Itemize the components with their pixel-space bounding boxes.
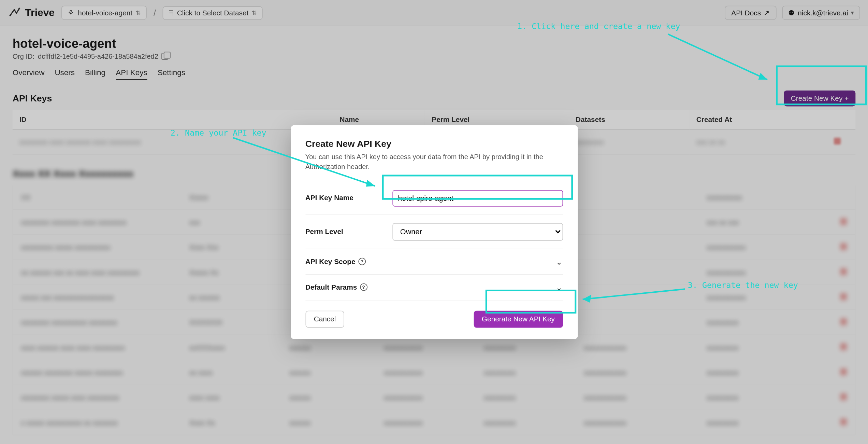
- external-link-icon: ↗: [764, 9, 770, 17]
- list-item: x xxxxx xxxxxxxxxx xx xxxxxxxXxxx Xxxxxx…: [13, 410, 856, 435]
- api-key-name-input[interactable]: [392, 190, 563, 206]
- cancel-button[interactable]: Cancel: [305, 310, 345, 328]
- section-title: API Keys: [13, 93, 52, 103]
- topbar: Trieve ⚘ hotel-voice-agent ⇅ / ⌸ Click t…: [0, 0, 868, 26]
- tabs: Overview Users Billing API Keys Settings: [13, 68, 856, 80]
- brand-logo[interactable]: Trieve: [8, 6, 55, 19]
- chevron-updown-icon: ⇅: [252, 10, 256, 16]
- tab-settings[interactable]: Settings: [158, 68, 185, 80]
- col-actions: [827, 110, 855, 129]
- col-id: ID: [13, 110, 333, 129]
- chevron-down-icon[interactable]: ⌄: [556, 257, 563, 266]
- trash-icon[interactable]: [834, 138, 841, 144]
- modal-title: Create New API Key: [305, 139, 563, 149]
- trash-icon[interactable]: [840, 243, 847, 250]
- dataset-selector-label: Click to Select Dataset: [177, 9, 248, 17]
- help-icon[interactable]: ?: [360, 283, 367, 291]
- user-icon: ⚉: [788, 9, 795, 17]
- list-item: xxxxxx xxxxxxxx xxxxx xxxxxxxxxx xxxxxxx…: [13, 360, 856, 385]
- dataset-selector[interactable]: ⌸ Click to Select Dataset ⇅: [163, 6, 263, 19]
- perm-level-label: Perm Level: [305, 228, 343, 236]
- trash-icon[interactable]: [840, 343, 847, 350]
- org-id-value: dcfffdf2-1e5d-4495-a426-18a584a2fed2: [38, 52, 158, 60]
- api-docs-link[interactable]: API Docs ↗: [725, 6, 776, 20]
- api-key-name-label: API Key Name: [305, 194, 353, 202]
- default-params-label: Default Params ?: [305, 283, 367, 291]
- help-icon[interactable]: ?: [358, 258, 366, 265]
- org-selector[interactable]: ⚘ hotel-voice-agent ⇅: [61, 6, 147, 20]
- trash-icon[interactable]: [840, 268, 847, 275]
- org-selector-label: hotel-voice-agent: [78, 9, 132, 17]
- tab-api-keys[interactable]: API Keys: [116, 68, 147, 80]
- tab-billing[interactable]: Billing: [85, 68, 105, 80]
- trash-icon[interactable]: [840, 318, 847, 325]
- trash-icon[interactable]: [840, 393, 847, 400]
- chevron-updown-icon: ⇅: [136, 10, 140, 16]
- tab-users[interactable]: Users: [55, 68, 75, 80]
- generate-api-key-button[interactable]: Generate New API Key: [474, 310, 563, 328]
- database-icon: ⌸: [169, 9, 173, 17]
- people-icon: ⚘: [68, 9, 74, 17]
- org-id-line: Org ID: dcfffdf2-1e5d-4495-a426-18a584a2…: [13, 52, 856, 60]
- trash-icon[interactable]: [840, 293, 847, 300]
- create-new-key-button[interactable]: Create New Key +: [784, 91, 856, 107]
- trash-icon[interactable]: [840, 418, 847, 425]
- svg-point-0: [9, 14, 11, 16]
- trieve-logo-icon: [8, 6, 21, 19]
- trash-icon[interactable]: [840, 218, 847, 225]
- create-api-key-modal: Create New API Key You can use this API …: [290, 125, 577, 339]
- copy-icon[interactable]: [162, 53, 169, 60]
- chevron-down-icon[interactable]: ⌄: [556, 282, 563, 292]
- trash-icon[interactable]: [840, 368, 847, 375]
- api-key-scope-label: API Key Scope ?: [305, 258, 366, 265]
- user-email: nick.k@trieve.ai: [798, 9, 848, 17]
- chevron-down-icon: ▾: [851, 10, 854, 16]
- brand-name: Trieve: [25, 7, 55, 19]
- perm-level-select[interactable]: Owner: [392, 223, 563, 240]
- breadcrumb-separator: /: [154, 8, 156, 18]
- org-id-label: Org ID:: [13, 52, 34, 60]
- col-datasets: Datasets: [569, 110, 690, 129]
- api-docs-label: API Docs: [731, 9, 761, 17]
- svg-point-1: [18, 8, 20, 9]
- tab-overview[interactable]: Overview: [13, 68, 45, 80]
- page-title: hotel-voice-agent: [13, 37, 856, 51]
- list-item: xxxxxxxx xxxxx xxxx xxxxxxxxxxxxx xxxxxx…: [13, 385, 856, 410]
- modal-subtitle: You can use this API key to access your …: [305, 152, 563, 171]
- col-created: Created At: [690, 110, 827, 129]
- user-menu[interactable]: ⚉ nick.k@trieve.ai ▾: [782, 6, 860, 20]
- list-item: xxxx xxxxxx xxxx xxxx xxxxxxxxxxxXXXxxxx…: [13, 335, 856, 360]
